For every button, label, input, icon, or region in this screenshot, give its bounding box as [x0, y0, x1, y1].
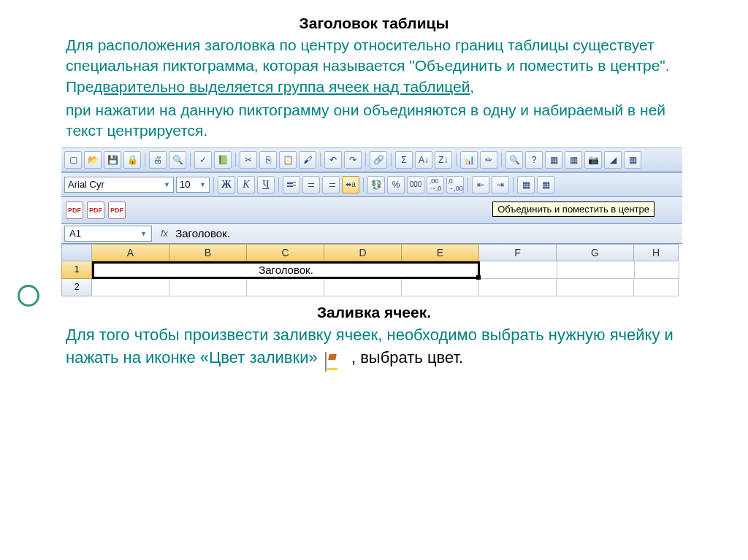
align-left-button[interactable]	[283, 176, 300, 193]
col-header-E[interactable]: E	[402, 244, 479, 261]
row-header-1[interactable]: 1	[61, 261, 92, 279]
autosum-icon[interactable]: Σ	[395, 151, 413, 169]
fill-color-icon[interactable]: ◢	[604, 151, 622, 169]
toolbar-main: ▢ 📂 💾 🔒 🖨 🔍 ✓ 📗 ✂ ⎘ 📋 🖌 ↶ ↷ 🔗 Σ A↓ Z↓	[61, 147, 682, 172]
redo-icon[interactable]: ↷	[344, 151, 362, 169]
section2-title: Заливка ячеек.	[66, 304, 682, 321]
toolbar-formatting: Arial Cyr ▼ 10 ▼ Ж К Ч ⬌a	[61, 172, 682, 197]
section2-trail-text: , выбрать цвет.	[347, 348, 463, 367]
misc3-icon[interactable]: ▦	[624, 151, 641, 169]
col-header-H[interactable]: H	[634, 244, 679, 261]
separator	[513, 177, 514, 192]
fill-color-inline-icon	[325, 351, 344, 366]
hyperlink-icon[interactable]: 🔗	[370, 151, 387, 169]
toolbar-addon: PDF PDF PDF Объединить и поместить в цен…	[61, 197, 682, 224]
cut-icon[interactable]: ✂	[240, 151, 257, 169]
cell-A2[interactable]	[92, 279, 169, 296]
increase-indent-button[interactable]: ⇥	[492, 176, 509, 193]
spellcheck-icon[interactable]: ✓	[194, 151, 212, 169]
formula-bar: A1 ▼ fx Заголовок.	[61, 224, 682, 244]
separator	[363, 177, 364, 192]
misc2-icon[interactable]: ▦	[565, 151, 582, 169]
copy-icon[interactable]: ⎘	[259, 151, 277, 169]
increase-decimal-button[interactable]: ,00→,0	[427, 176, 444, 193]
col-header-F[interactable]: F	[479, 244, 557, 261]
col-header-C[interactable]: C	[247, 244, 324, 261]
sort-asc-icon[interactable]: A↓	[415, 151, 432, 169]
cell-C2[interactable]	[247, 279, 324, 296]
zoom-icon[interactable]: 🔍	[505, 151, 523, 169]
misc-icon[interactable]: ▦	[545, 151, 562, 169]
cell-D2[interactable]	[324, 279, 402, 296]
separator	[468, 177, 468, 192]
column-header-row: A B C D E F G H	[61, 244, 682, 261]
decrease-decimal-button[interactable]: ,0→,00	[446, 176, 464, 193]
section1-paragraph1: Для расположения заголовка по центру отн…	[66, 35, 682, 97]
format-painter-icon[interactable]: 🖌	[299, 151, 316, 169]
col-header-B[interactable]: B	[169, 244, 247, 261]
underline-button[interactable]: Ч	[257, 176, 275, 193]
cell-E2[interactable]	[402, 279, 479, 296]
comma-style-button[interactable]: 000	[407, 176, 424, 193]
merge-center-button[interactable]: ⬌a	[342, 176, 359, 193]
merge-icon: ⬌a	[346, 180, 356, 188]
dropdown-arrow-icon: ▼	[136, 230, 147, 237]
cell-F1[interactable]	[480, 261, 557, 279]
research-icon[interactable]: 📗	[214, 151, 232, 169]
borders-button[interactable]: ▦	[517, 176, 535, 193]
select-all-corner[interactable]	[61, 244, 92, 261]
font-name-value: Arial Cyr	[68, 179, 104, 190]
name-box[interactable]: A1 ▼	[64, 226, 152, 242]
sort-desc-icon[interactable]: Z↓	[435, 151, 452, 169]
paste-icon[interactable]: 📋	[279, 151, 297, 169]
merged-cell-A1E1[interactable]: Заголовок.	[92, 261, 480, 279]
pdf-icon-1[interactable]: PDF	[66, 202, 83, 219]
pdf-icon-2[interactable]: PDF	[87, 202, 104, 219]
cell-G2[interactable]	[557, 279, 634, 296]
currency-button[interactable]: 💱	[367, 176, 385, 193]
separator	[190, 153, 191, 167]
row-header-2[interactable]: 2	[61, 279, 92, 296]
cell-B2[interactable]	[169, 279, 247, 296]
col-header-A[interactable]: A	[92, 244, 169, 261]
help-icon[interactable]: ?	[525, 151, 543, 169]
new-doc-icon[interactable]: ▢	[64, 151, 82, 169]
font-size-select[interactable]: 10 ▼	[176, 177, 210, 193]
cell-H2[interactable]	[634, 279, 679, 296]
camera-icon[interactable]: 📷	[584, 151, 602, 169]
section2-paragraph: Для того чтобы произвести заливку ячеек,…	[66, 324, 682, 369]
separator	[320, 153, 321, 167]
separator	[365, 153, 366, 167]
permission-icon[interactable]: 🔒	[123, 151, 141, 169]
dropdown-arrow-icon: ▼	[159, 181, 170, 188]
decrease-indent-button[interactable]: ⇤	[472, 176, 489, 193]
preview-icon[interactable]: 🔍	[169, 151, 186, 169]
grid-row-2: 2	[61, 279, 682, 296]
percent-button[interactable]: %	[387, 176, 405, 193]
col-header-D[interactable]: D	[324, 244, 402, 261]
separator	[456, 153, 457, 167]
print-icon[interactable]: 🖨	[149, 151, 167, 169]
align-center-button[interactable]	[302, 176, 320, 193]
save-icon[interactable]: 💾	[104, 151, 121, 169]
separator	[501, 153, 502, 167]
fx-label[interactable]: fx	[155, 228, 174, 239]
open-icon[interactable]: 📂	[84, 151, 102, 169]
drawing-icon[interactable]: ✏	[480, 151, 497, 169]
cell-G1[interactable]	[557, 261, 635, 279]
pdf-icon-3[interactable]: PDF	[108, 202, 126, 219]
merge-tooltip: Объединить и поместить в центре	[492, 202, 654, 217]
formula-value[interactable]: Заголовок.	[174, 227, 230, 239]
misc4-icon[interactable]: ▦	[537, 176, 554, 193]
font-size-value: 10	[180, 179, 190, 190]
col-header-G[interactable]: G	[557, 244, 634, 261]
undo-icon[interactable]: ↶	[324, 151, 342, 169]
chart-icon[interactable]: 📊	[460, 151, 478, 169]
cell-H1[interactable]	[635, 261, 679, 279]
italic-button[interactable]: К	[237, 176, 255, 193]
align-right-button[interactable]	[322, 176, 340, 193]
cell-F2[interactable]	[479, 279, 557, 296]
bold-button[interactable]: Ж	[218, 176, 235, 193]
font-name-select[interactable]: Arial Cyr ▼	[64, 177, 174, 193]
separator	[391, 153, 392, 167]
